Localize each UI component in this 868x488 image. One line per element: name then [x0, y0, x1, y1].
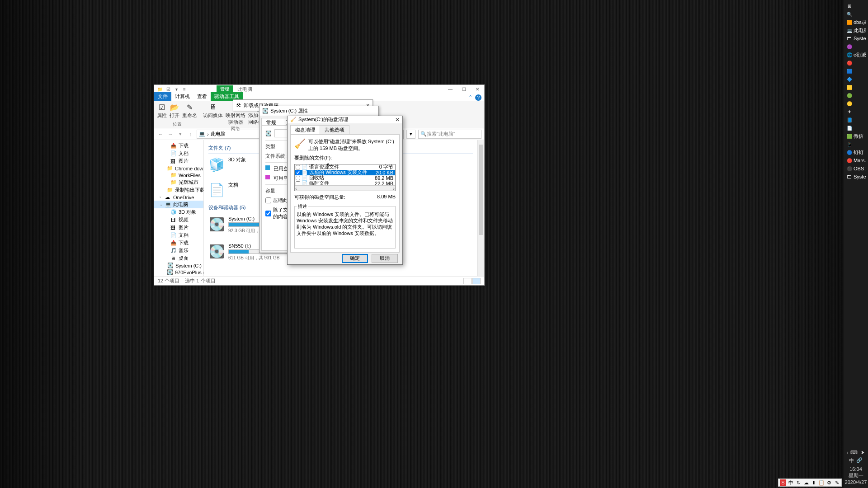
nav-item[interactable]: 📁录制输出下载文件合集	[154, 186, 203, 194]
taskbar-item-8[interactable]: 🟦	[845, 67, 866, 75]
nav-item[interactable]: 📁光辉城市	[154, 178, 203, 186]
nav-item[interactable]: 📁Chrome download	[154, 165, 203, 172]
breadcrumb-text[interactable]: 此电脑	[211, 131, 226, 137]
tray-expand-icon[interactable]: ‹	[847, 450, 849, 455]
nav-item[interactable]: 📥下载	[154, 239, 203, 247]
langbar-item-7[interactable]: ✎	[834, 479, 840, 486]
cleanup-file-row[interactable]: 📄 临时文件22.2 MB	[295, 181, 395, 185]
taskbar-item-3[interactable]: 💻此电脑	[845, 26, 866, 34]
nav-item[interactable]: 💽970EvoPlus (I:)	[154, 269, 203, 276]
nav-item[interactable]: 🧊3D 对象	[154, 208, 203, 216]
taskbar-item-21[interactable]: 🗔Syste...	[845, 173, 866, 181]
file-checkbox[interactable]	[296, 176, 300, 180]
taskbar-item-18[interactable]: 🔵钉钉	[845, 148, 866, 156]
taskbar-item-7[interactable]: 🔴	[845, 59, 866, 67]
nav-history-button[interactable]: ▾	[177, 131, 184, 138]
label-type: 类型:	[265, 143, 288, 150]
taskbar-item-4[interactable]: 🗔Syste...	[845, 34, 866, 42]
properties-tab-general[interactable]: 常规	[261, 118, 281, 125]
tab-file[interactable]: 文件	[154, 92, 171, 101]
file-checkbox[interactable]	[296, 170, 300, 175]
search-input[interactable]: 🔍 搜索"此电脑"	[418, 130, 481, 139]
nav-item[interactable]: 🖼图片	[154, 224, 203, 231]
cleanup-tab-more[interactable]: 其他选项	[320, 125, 349, 134]
ribbon-button[interactable]: 📂打开	[170, 103, 179, 119]
index-checkbox[interactable]	[265, 211, 271, 216]
view-details-button[interactable]	[463, 278, 472, 284]
nav-up-button[interactable]: ↑	[187, 131, 194, 138]
taskbar-clock[interactable]: 16:04 星期一 2020/4/27	[845, 466, 867, 485]
cleanup-close-button[interactable]: ✕	[395, 117, 400, 123]
nav-item[interactable]: 🖥桌面	[154, 254, 203, 262]
files-list[interactable]: 📄 语言资源文件0 字节📄 以前的 Windows 安装文件20.0 KB📄 回…	[294, 164, 396, 191]
nav-item[interactable]: 🎞视频	[154, 216, 203, 224]
ribbon-button[interactable]: ☑属性	[157, 103, 167, 119]
langbar-item-5[interactable]: 📋	[818, 479, 825, 486]
taskbar-item-0[interactable]: ⊞	[845, 2, 866, 10]
status-item-count: 12 个项目	[158, 277, 179, 284]
ime-indicator[interactable]: 中	[849, 457, 854, 464]
file-checkbox[interactable]	[296, 181, 300, 185]
taskbar-item-16[interactable]: 🟩微信	[845, 132, 866, 140]
files-h-scrollbar[interactable]: ‹›	[295, 185, 395, 191]
cleanup-icon: 🧹	[290, 117, 297, 122]
taskbar-item-6[interactable]: 🌐e衍派...	[845, 51, 866, 59]
taskbar-item-15[interactable]: 📄	[845, 124, 866, 132]
nav-back-button[interactable]: ←	[157, 131, 164, 138]
nav-forward-button[interactable]: →	[167, 131, 174, 138]
network-icon[interactable]: 🔗	[856, 457, 863, 464]
close-button[interactable]: ✕	[471, 85, 484, 93]
taskbar-item-2[interactable]: 🟧obs录...	[845, 18, 866, 26]
langbar-item-2[interactable]: ↻	[795, 479, 802, 486]
taskbar-item-12[interactable]: 🟡	[845, 99, 866, 108]
taskbar-item-5[interactable]: 🟣	[845, 42, 866, 51]
minimize-button[interactable]: —	[443, 85, 457, 93]
ribbon-button[interactable]: 🖥访问媒体	[203, 103, 223, 126]
qat-props-icon[interactable]: ☑	[165, 86, 171, 92]
taskbar-item-19[interactable]: 🔴Mars...	[845, 156, 866, 164]
view-tiles-button[interactable]	[472, 278, 481, 284]
tab-computer[interactable]: 计算机	[171, 92, 193, 101]
nav-item[interactable]: 📁WorkFiles	[154, 172, 203, 178]
nav-item[interactable]: 📄文档	[154, 150, 203, 157]
nav-item[interactable]: 📄文档	[154, 231, 203, 239]
nav-item[interactable]: 💽System (C:)	[154, 262, 203, 269]
help-icon[interactable]: ?	[475, 94, 481, 101]
ribbon-collapse-icon[interactable]: ⌃	[468, 94, 472, 101]
history-dropdown[interactable]: ▾	[406, 130, 415, 139]
nav-item[interactable]: ›☁OneDrive	[154, 194, 203, 201]
taskbar-item-11[interactable]: 🟢	[845, 91, 866, 99]
langbar-item-0[interactable]: S	[780, 479, 786, 486]
taskbar-item-17[interactable]: 📱	[845, 140, 866, 148]
navigation-pane[interactable]: 📥下载📄文档🖼图片📁Chrome download📁WorkFiles📁光辉城市…	[154, 140, 204, 276]
ime-language-bar[interactable]: S中↻☁⏸📋⚙✎	[778, 479, 842, 487]
langbar-item-3[interactable]: ☁	[803, 479, 809, 486]
compress-checkbox[interactable]	[265, 197, 271, 203]
tray-volume-icon[interactable]: 🕩	[860, 450, 865, 455]
tab-view[interactable]: 查看	[193, 92, 211, 101]
qat-dropdown-icon[interactable]: ▾	[173, 86, 179, 92]
file-checkbox[interactable]	[296, 165, 300, 169]
nav-item[interactable]: ⌄💻此电脑	[154, 201, 203, 208]
taskbar-item-20[interactable]: ⚫OBS 2...	[845, 164, 866, 173]
cancel-button[interactable]: 取消	[372, 254, 398, 263]
nav-item[interactable]: 📥下载	[154, 142, 203, 150]
langbar-item-6[interactable]: ⚙	[826, 479, 832, 486]
langbar-item-1[interactable]: 中	[788, 479, 794, 486]
cleanup-tab-main[interactable]: 磁盘清理	[290, 125, 320, 134]
taskbar-item-9[interactable]: 🔷	[845, 75, 866, 83]
scrollbar[interactable]	[477, 140, 484, 276]
langbar-item-4[interactable]: ⏸	[811, 479, 817, 486]
taskbar-item-10[interactable]: 🟨	[845, 83, 866, 91]
ribbon-button[interactable]: ✎重命名	[182, 103, 197, 119]
taskbar-item-14[interactable]: 📘	[845, 116, 866, 124]
tray-keyboard-icon[interactable]: ⌨	[850, 450, 858, 455]
nav-item[interactable]: 🖼图片	[154, 157, 203, 165]
properties-titlebar[interactable]: 💽 System (C:) 属性	[259, 106, 378, 116]
ok-button[interactable]: 确定	[342, 254, 368, 263]
maximize-button[interactable]: ☐	[457, 85, 471, 93]
taskbar-item-13[interactable]: ✈	[845, 108, 866, 116]
cleanup-titlebar[interactable]: 🧹 System(C:)的磁盘清理 ✕	[288, 116, 402, 123]
nav-item[interactable]: 🎵音乐	[154, 247, 203, 254]
taskbar-item-1[interactable]: 🔍	[845, 10, 866, 18]
